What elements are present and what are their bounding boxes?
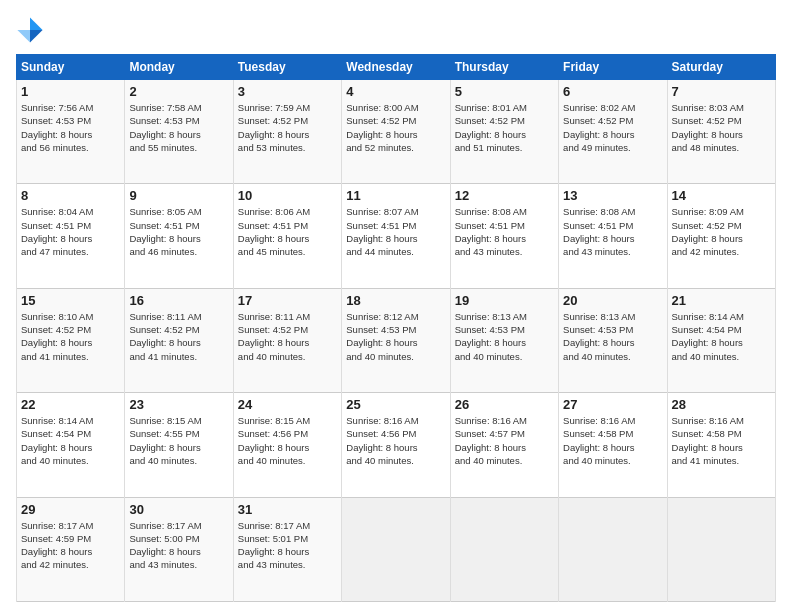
calendar-table: SundayMondayTuesdayWednesdayThursdayFrid…	[16, 54, 776, 602]
day-number: 1	[21, 84, 120, 99]
day-info: Sunrise: 8:12 AMSunset: 4:53 PMDaylight:…	[346, 310, 445, 363]
day-info: Sunrise: 8:10 AMSunset: 4:52 PMDaylight:…	[21, 310, 120, 363]
day-cell: 10Sunrise: 8:06 AMSunset: 4:51 PMDayligh…	[233, 184, 341, 288]
week-row-2: 15Sunrise: 8:10 AMSunset: 4:52 PMDayligh…	[17, 288, 776, 392]
calendar-header: SundayMondayTuesdayWednesdayThursdayFrid…	[17, 55, 776, 80]
calendar-body: 1Sunrise: 7:56 AMSunset: 4:53 PMDaylight…	[17, 80, 776, 602]
day-cell: 25Sunrise: 8:16 AMSunset: 4:56 PMDayligh…	[342, 393, 450, 497]
day-info: Sunrise: 8:16 AMSunset: 4:56 PMDaylight:…	[346, 414, 445, 467]
day-cell: 3Sunrise: 7:59 AMSunset: 4:52 PMDaylight…	[233, 80, 341, 184]
day-info: Sunrise: 7:56 AMSunset: 4:53 PMDaylight:…	[21, 101, 120, 154]
day-number: 18	[346, 293, 445, 308]
day-cell: 26Sunrise: 8:16 AMSunset: 4:57 PMDayligh…	[450, 393, 558, 497]
day-number: 27	[563, 397, 662, 412]
day-info: Sunrise: 8:06 AMSunset: 4:51 PMDaylight:…	[238, 205, 337, 258]
day-info: Sunrise: 8:08 AMSunset: 4:51 PMDaylight:…	[563, 205, 662, 258]
day-cell: 1Sunrise: 7:56 AMSunset: 4:53 PMDaylight…	[17, 80, 125, 184]
day-number: 26	[455, 397, 554, 412]
day-header-tuesday: Tuesday	[233, 55, 341, 80]
day-cell: 29Sunrise: 8:17 AMSunset: 4:59 PMDayligh…	[17, 497, 125, 601]
day-info: Sunrise: 7:58 AMSunset: 4:53 PMDaylight:…	[129, 101, 228, 154]
day-cell: 24Sunrise: 8:15 AMSunset: 4:56 PMDayligh…	[233, 393, 341, 497]
day-number: 10	[238, 188, 337, 203]
day-number: 4	[346, 84, 445, 99]
day-info: Sunrise: 8:15 AMSunset: 4:55 PMDaylight:…	[129, 414, 228, 467]
day-number: 13	[563, 188, 662, 203]
header	[16, 16, 776, 44]
day-number: 25	[346, 397, 445, 412]
day-number: 22	[21, 397, 120, 412]
day-cell: 7Sunrise: 8:03 AMSunset: 4:52 PMDaylight…	[667, 80, 775, 184]
day-cell: 4Sunrise: 8:00 AMSunset: 4:52 PMDaylight…	[342, 80, 450, 184]
day-number: 8	[21, 188, 120, 203]
day-number: 20	[563, 293, 662, 308]
day-info: Sunrise: 8:01 AMSunset: 4:52 PMDaylight:…	[455, 101, 554, 154]
day-number: 11	[346, 188, 445, 203]
day-cell: 14Sunrise: 8:09 AMSunset: 4:52 PMDayligh…	[667, 184, 775, 288]
day-cell: 15Sunrise: 8:10 AMSunset: 4:52 PMDayligh…	[17, 288, 125, 392]
day-number: 23	[129, 397, 228, 412]
day-header-wednesday: Wednesday	[342, 55, 450, 80]
day-cell: 20Sunrise: 8:13 AMSunset: 4:53 PMDayligh…	[559, 288, 667, 392]
day-number: 21	[672, 293, 771, 308]
day-info: Sunrise: 8:13 AMSunset: 4:53 PMDaylight:…	[563, 310, 662, 363]
day-info: Sunrise: 8:09 AMSunset: 4:52 PMDaylight:…	[672, 205, 771, 258]
day-info: Sunrise: 8:16 AMSunset: 4:57 PMDaylight:…	[455, 414, 554, 467]
day-info: Sunrise: 8:00 AMSunset: 4:52 PMDaylight:…	[346, 101, 445, 154]
day-cell: 17Sunrise: 8:11 AMSunset: 4:52 PMDayligh…	[233, 288, 341, 392]
day-info: Sunrise: 8:15 AMSunset: 4:56 PMDaylight:…	[238, 414, 337, 467]
day-number: 6	[563, 84, 662, 99]
day-info: Sunrise: 8:11 AMSunset: 4:52 PMDaylight:…	[238, 310, 337, 363]
day-number: 31	[238, 502, 337, 517]
day-info: Sunrise: 8:17 AMSunset: 5:00 PMDaylight:…	[129, 519, 228, 572]
day-header-thursday: Thursday	[450, 55, 558, 80]
day-info: Sunrise: 8:13 AMSunset: 4:53 PMDaylight:…	[455, 310, 554, 363]
day-info: Sunrise: 8:14 AMSunset: 4:54 PMDaylight:…	[21, 414, 120, 467]
day-info: Sunrise: 8:03 AMSunset: 4:52 PMDaylight:…	[672, 101, 771, 154]
day-header-saturday: Saturday	[667, 55, 775, 80]
day-number: 30	[129, 502, 228, 517]
day-info: Sunrise: 8:14 AMSunset: 4:54 PMDaylight:…	[672, 310, 771, 363]
day-cell: 21Sunrise: 8:14 AMSunset: 4:54 PMDayligh…	[667, 288, 775, 392]
day-number: 24	[238, 397, 337, 412]
day-number: 2	[129, 84, 228, 99]
day-cell: 2Sunrise: 7:58 AMSunset: 4:53 PMDaylight…	[125, 80, 233, 184]
day-cell: 6Sunrise: 8:02 AMSunset: 4:52 PMDaylight…	[559, 80, 667, 184]
day-cell	[667, 497, 775, 601]
day-number: 3	[238, 84, 337, 99]
day-number: 9	[129, 188, 228, 203]
day-header-sunday: Sunday	[17, 55, 125, 80]
day-cell: 22Sunrise: 8:14 AMSunset: 4:54 PMDayligh…	[17, 393, 125, 497]
day-cell: 30Sunrise: 8:17 AMSunset: 5:00 PMDayligh…	[125, 497, 233, 601]
svg-marker-0	[30, 17, 43, 30]
svg-marker-2	[17, 30, 30, 43]
day-cell	[559, 497, 667, 601]
day-cell: 9Sunrise: 8:05 AMSunset: 4:51 PMDaylight…	[125, 184, 233, 288]
day-cell	[450, 497, 558, 601]
day-info: Sunrise: 8:16 AMSunset: 4:58 PMDaylight:…	[672, 414, 771, 467]
day-cell: 28Sunrise: 8:16 AMSunset: 4:58 PMDayligh…	[667, 393, 775, 497]
day-header-friday: Friday	[559, 55, 667, 80]
week-row-1: 8Sunrise: 8:04 AMSunset: 4:51 PMDaylight…	[17, 184, 776, 288]
day-info: Sunrise: 8:17 AMSunset: 4:59 PMDaylight:…	[21, 519, 120, 572]
day-info: Sunrise: 8:04 AMSunset: 4:51 PMDaylight:…	[21, 205, 120, 258]
day-cell: 27Sunrise: 8:16 AMSunset: 4:58 PMDayligh…	[559, 393, 667, 497]
day-cell: 12Sunrise: 8:08 AMSunset: 4:51 PMDayligh…	[450, 184, 558, 288]
day-number: 29	[21, 502, 120, 517]
day-info: Sunrise: 8:02 AMSunset: 4:52 PMDaylight:…	[563, 101, 662, 154]
day-number: 7	[672, 84, 771, 99]
day-number: 12	[455, 188, 554, 203]
day-number: 28	[672, 397, 771, 412]
week-row-4: 29Sunrise: 8:17 AMSunset: 4:59 PMDayligh…	[17, 497, 776, 601]
day-header-monday: Monday	[125, 55, 233, 80]
day-info: Sunrise: 8:08 AMSunset: 4:51 PMDaylight:…	[455, 205, 554, 258]
logo-icon	[16, 16, 44, 44]
day-cell: 19Sunrise: 8:13 AMSunset: 4:53 PMDayligh…	[450, 288, 558, 392]
week-row-3: 22Sunrise: 8:14 AMSunset: 4:54 PMDayligh…	[17, 393, 776, 497]
day-number: 14	[672, 188, 771, 203]
day-cell	[342, 497, 450, 601]
day-cell: 23Sunrise: 8:15 AMSunset: 4:55 PMDayligh…	[125, 393, 233, 497]
day-number: 16	[129, 293, 228, 308]
page: SundayMondayTuesdayWednesdayThursdayFrid…	[0, 0, 792, 612]
day-info: Sunrise: 8:05 AMSunset: 4:51 PMDaylight:…	[129, 205, 228, 258]
